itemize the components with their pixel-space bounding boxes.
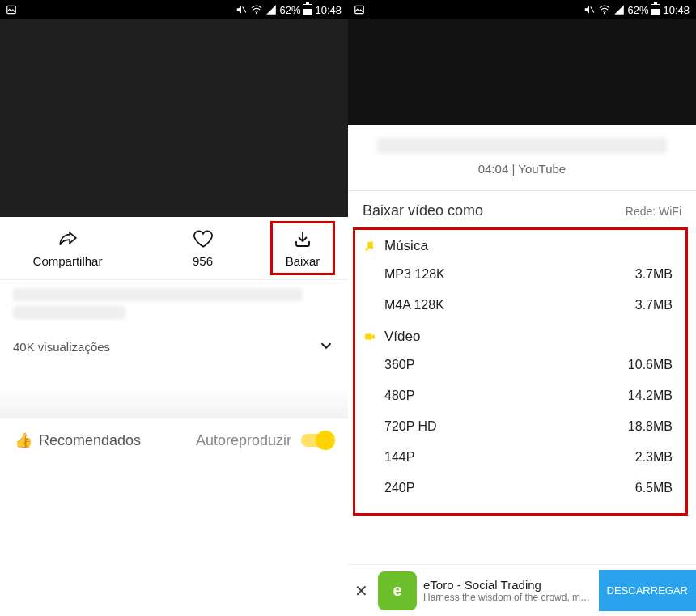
svg-point-6 [365, 248, 368, 251]
option-720p-hd[interactable]: 720P HD 18.8MB [362, 411, 677, 442]
recommended-label: Recomendados [39, 432, 141, 449]
signal-icon [265, 4, 277, 15]
like-button[interactable]: 956 [135, 228, 270, 268]
option-m4a-128k[interactable]: M4A 128K 3.7MB [362, 290, 677, 321]
wifi-icon [250, 4, 263, 15]
status-time: 10:48 [315, 4, 342, 16]
ad-subtitle: Harness the wisdom of the crowd, make sm… [423, 592, 592, 603]
status-time: 10:48 [663, 4, 690, 16]
spacer [0, 367, 348, 418]
option-size: 14.2MB [628, 389, 673, 403]
ad-banner: ✕ e eToro - Social Trading Harness the w… [348, 564, 696, 616]
views-row[interactable]: 40K visualizações [0, 329, 348, 367]
status-bar: 62% 10:48 [348, 0, 696, 19]
status-bar: 62% 10:48 [0, 0, 348, 19]
download-as-label: Baixar vídeo como [363, 202, 483, 219]
ad-close-button[interactable]: ✕ [351, 581, 371, 601]
screen-left: 62% 10:48 Compartilhar 956 Baixar [0, 0, 348, 616]
option-label: M4A 128K [384, 298, 444, 312]
music-section-header: Música [362, 235, 677, 259]
like-count: 956 [193, 254, 213, 268]
svg-point-2 [257, 13, 257, 14]
svg-line-4 [591, 7, 594, 13]
option-size: 18.8MB [628, 419, 673, 434]
option-size: 3.7MB [635, 298, 673, 312]
ad-title: eToro - Social Trading [423, 578, 592, 592]
battery-icon [303, 4, 312, 15]
download-header: Baixar vídeo como Rede: WiFi [348, 191, 696, 227]
option-label: MP3 128K [384, 267, 445, 282]
chevron-down-icon [317, 337, 335, 357]
video-icon [363, 331, 376, 342]
mute-icon [583, 4, 596, 15]
download-label: Baixar [286, 254, 320, 268]
music-note-icon [363, 240, 376, 253]
ad-cta-button[interactable]: DESCARREGAR [599, 570, 696, 611]
share-label: Compartilhar [33, 254, 103, 268]
option-mp3-128k[interactable]: MP3 128K 3.7MB [362, 259, 677, 290]
recommend-row: 👍 Recomendados Autoreproduzir [0, 418, 348, 462]
screen-right: 62% 10:48 04:04 | YouTube Baixar vídeo c… [348, 0, 696, 616]
download-options-panel: Música MP3 128K 3.7MB M4A 128K 3.7MB Víd… [353, 227, 688, 516]
battery-percent: 62% [627, 4, 648, 16]
option-label: 720P HD [384, 419, 437, 434]
battery-percent: 62% [279, 4, 300, 16]
share-icon [57, 228, 79, 249]
option-480p[interactable]: 480P 14.2MB [362, 380, 677, 411]
download-button[interactable]: Baixar [270, 221, 335, 275]
signal-icon [613, 4, 625, 15]
image-icon [5, 4, 18, 15]
image-icon [353, 4, 366, 15]
autoplay-label: Autoreproduzir [196, 432, 291, 449]
option-label: 360P [384, 358, 414, 372]
wifi-icon [598, 4, 611, 15]
mute-icon [235, 4, 248, 15]
option-size: 2.3MB [635, 450, 673, 465]
video-title-area [0, 280, 348, 329]
music-label: Música [384, 238, 428, 254]
video-label: Vídeo [384, 329, 420, 345]
download-icon [292, 228, 313, 249]
duration-source: 04:04 | YouTube [361, 162, 683, 176]
video-player[interactable] [0, 19, 348, 217]
option-size: 6.5MB [635, 481, 673, 495]
option-240p[interactable]: 240P 6.5MB [362, 473, 677, 503]
views-count: 40K visualizações [13, 340, 110, 354]
svg-rect-8 [365, 334, 371, 340]
network-label: Rede: WiFi [626, 205, 681, 218]
thumbs-up-icon: 👍 [15, 431, 32, 449]
share-button[interactable]: Compartilhar [0, 228, 135, 268]
video-player[interactable] [348, 19, 696, 125]
option-360p[interactable]: 360P 10.6MB [362, 350, 677, 380]
autoplay-toggle[interactable] [301, 434, 333, 447]
svg-point-7 [371, 246, 374, 249]
ad-app-icon: e [378, 571, 417, 610]
option-label: 480P [384, 389, 414, 403]
svg-line-1 [243, 7, 246, 13]
option-label: 240P [384, 481, 414, 495]
option-size: 3.7MB [635, 267, 673, 282]
heart-icon [192, 228, 214, 249]
title-area: 04:04 | YouTube [348, 125, 696, 182]
option-label: 144P [384, 450, 414, 465]
actions-row: Compartilhar 956 Baixar [0, 217, 348, 280]
svg-point-5 [605, 13, 605, 14]
video-section-header: Vídeo [362, 325, 677, 350]
option-144p[interactable]: 144P 2.3MB [362, 442, 677, 473]
option-size: 10.6MB [628, 358, 673, 372]
battery-icon [651, 4, 660, 15]
